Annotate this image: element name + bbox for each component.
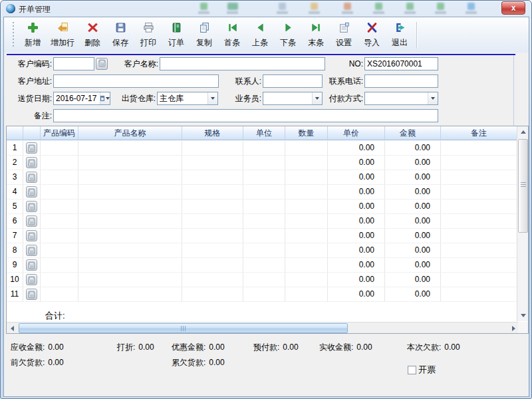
cell-amount: 0.00 xyxy=(385,243,441,258)
table-row[interactable]: 7 0.00 0.00 xyxy=(7,229,517,243)
last-record-button[interactable]: 末条 xyxy=(303,20,329,51)
product-lookup-button[interactable] xyxy=(26,142,37,154)
print-button[interactable]: 打印 xyxy=(135,20,162,51)
settings-button[interactable]: 设置 xyxy=(331,20,357,51)
cell-remark xyxy=(441,200,517,214)
titlebar[interactable]: 开单管理 x xyxy=(1,1,531,17)
scroll-up-button[interactable] xyxy=(517,126,529,138)
remark-input[interactable] xyxy=(53,109,438,122)
cell-amount: 0.00 xyxy=(385,229,441,243)
triangle-down-icon xyxy=(521,314,526,317)
phone-input[interactable] xyxy=(364,74,438,88)
first-record-button[interactable]: 首条 xyxy=(219,20,245,51)
cell-product-name xyxy=(78,287,182,302)
cell-qty xyxy=(285,156,328,170)
scroll-left-button[interactable] xyxy=(7,323,18,334)
import-icon xyxy=(366,22,378,36)
salesman-select[interactable] xyxy=(263,92,323,105)
checkbox-box[interactable] xyxy=(408,366,416,374)
background-ghost-icon xyxy=(437,3,444,10)
prepaid-amount: 预付款:0.00 xyxy=(253,342,299,353)
row-number: 4 xyxy=(7,185,23,200)
customer-name-input[interactable] xyxy=(160,57,325,70)
cell-product-name xyxy=(78,185,182,200)
customer-code-input[interactable] xyxy=(53,57,94,70)
current-debt-value: 0.00 xyxy=(444,342,460,352)
cell-unit xyxy=(243,200,285,214)
row-number: 7 xyxy=(7,229,23,243)
table-row[interactable]: 9 0.00 0.00 xyxy=(7,258,517,273)
prev-record-button[interactable]: 上条 xyxy=(247,20,273,51)
product-lookup-button[interactable] xyxy=(26,215,37,227)
invoice-checkbox[interactable]: 开票 xyxy=(408,364,436,376)
scrollbar-corner xyxy=(518,322,528,333)
background-ghost-text xyxy=(404,11,416,14)
previous-debt: 前欠货款:0.00 xyxy=(11,357,64,368)
new-button[interactable]: 新增 xyxy=(19,20,46,51)
salesman-dropdown-button[interactable] xyxy=(312,92,322,104)
product-lookup-button[interactable] xyxy=(26,230,37,241)
import-button[interactable]: 导入 xyxy=(358,20,385,51)
save-button[interactable]: 保存 xyxy=(107,20,134,51)
product-lookup-button[interactable] xyxy=(26,201,37,212)
contact-input[interactable] xyxy=(263,74,323,88)
product-lookup-button[interactable] xyxy=(26,157,37,168)
cell-spec xyxy=(182,258,243,273)
table-row[interactable]: 4 0.00 0.00 xyxy=(7,185,517,200)
toolbar: 新增 增加行 删除 保存 打印 订单 xyxy=(4,17,529,53)
warehouse-select[interactable]: 主仓库 xyxy=(157,92,218,105)
table-row[interactable]: 2 0.00 0.00 xyxy=(7,156,517,170)
horizontal-scroll-thumb[interactable] xyxy=(19,323,348,333)
vertical-scrollbar[interactable] xyxy=(517,126,528,321)
customer-lookup-button[interactable] xyxy=(96,58,108,70)
add-row-button[interactable]: 增加行 xyxy=(47,20,78,51)
date-dropdown-button[interactable] xyxy=(100,92,110,104)
warehouse-label: 出货仓库: xyxy=(113,92,156,105)
product-lookup-button[interactable] xyxy=(26,172,37,183)
order-button[interactable]: 订单 xyxy=(163,20,190,51)
warehouse-dropdown-button[interactable] xyxy=(207,92,217,104)
order-no-input[interactable]: XS2016070001 xyxy=(364,57,438,70)
cell-unit xyxy=(243,141,285,156)
product-lookup-button[interactable] xyxy=(26,289,37,300)
table-row[interactable]: 3 0.00 0.00 xyxy=(7,170,517,185)
background-ghost-icon xyxy=(227,3,238,10)
cell-remark xyxy=(441,258,517,273)
product-lookup-button[interactable] xyxy=(26,274,37,285)
close-button[interactable]: x xyxy=(501,1,525,15)
cell-remark xyxy=(441,185,517,200)
product-lookup-button[interactable] xyxy=(26,245,37,256)
prev-record-icon xyxy=(255,22,266,36)
background-ghost-text xyxy=(309,11,320,14)
table-row[interactable]: 1 0.00 0.00 xyxy=(7,141,517,156)
product-lookup-button[interactable] xyxy=(26,259,37,271)
product-lookup-button[interactable] xyxy=(26,186,37,198)
vertical-scroll-thumb[interactable] xyxy=(518,139,528,233)
row-number: 6 xyxy=(7,214,23,229)
delete-button[interactable]: 删除 xyxy=(79,20,106,51)
cell-qty xyxy=(285,141,328,156)
table-row[interactable]: 11 0.00 0.00 xyxy=(7,287,517,302)
copy-button[interactable]: 复制 xyxy=(191,20,217,51)
cell-product-name xyxy=(78,243,182,258)
cell-unit-price: 0.00 xyxy=(328,200,385,214)
cell-spec xyxy=(182,200,243,214)
payment-dropdown-button[interactable] xyxy=(428,92,438,104)
table-row[interactable]: 5 0.00 0.00 xyxy=(7,200,517,214)
table-row[interactable]: 10 0.00 0.00 xyxy=(7,273,517,287)
scroll-down-button[interactable] xyxy=(517,310,529,321)
table-row[interactable]: 6 0.00 0.00 xyxy=(7,214,517,229)
horizontal-scrollbar[interactable] xyxy=(7,322,519,333)
customer-address-input[interactable] xyxy=(53,74,219,88)
toolbar-grip[interactable] xyxy=(12,22,15,49)
exit-button[interactable]: 退出 xyxy=(386,20,413,51)
cell-unit xyxy=(243,229,285,243)
table-row[interactable]: 8 0.00 0.00 xyxy=(7,243,517,258)
delivery-date-picker[interactable]: 2016-07-17 xyxy=(53,92,110,105)
cell-product-code xyxy=(41,156,78,170)
cell-remark xyxy=(441,273,517,287)
next-record-button[interactable]: 下条 xyxy=(275,20,301,51)
payment-select[interactable] xyxy=(364,92,438,105)
cell-remark xyxy=(441,229,517,243)
header-qty: 数量 xyxy=(285,126,328,140)
